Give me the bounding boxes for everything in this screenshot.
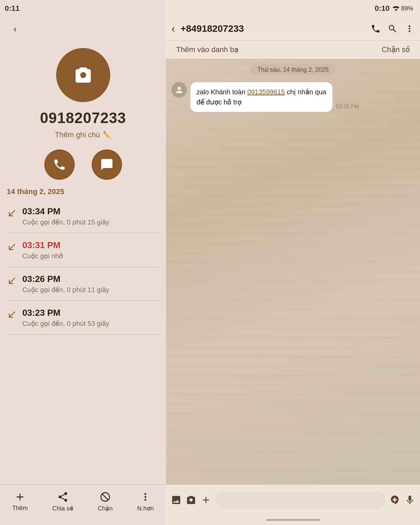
- person-icon: [175, 86, 183, 94]
- bottom-item-nhom[interactable]: N.hơn: [137, 491, 154, 512]
- message-wrapper: zalo Khánh toàn 0913599615 chị nhắn qua …: [166, 79, 420, 115]
- message-bubble: zalo Khánh toàn 0913599615 chị nhắn qua …: [190, 82, 332, 112]
- action-buttons: [44, 149, 122, 180]
- message-date-bubble: Thứ sáu, 14 tháng 2, 2025: [166, 66, 420, 73]
- add-icon-input[interactable]: [201, 495, 211, 505]
- search-icon-right[interactable]: [388, 24, 398, 34]
- message-input[interactable]: [215, 491, 386, 509]
- bottom-item-chia-se[interactable]: Chia sẻ: [52, 491, 73, 512]
- call-desc: Cuộc gọi nhỡ: [22, 252, 63, 260]
- avatar: [56, 48, 110, 102]
- home-indicator: [166, 515, 420, 525]
- call-item: 03:31 PM Cuộc gọi nhỡ: [7, 233, 159, 267]
- back-button-left[interactable]: ‹: [7, 18, 23, 40]
- call-incoming-icon: [7, 206, 17, 220]
- wifi-icon: [392, 6, 400, 11]
- add-contact-button[interactable]: Thêm vào danh bạ: [176, 45, 238, 54]
- call-item: 03:26 PM Cuộc gọi đến, 0 phút 11 giây: [7, 267, 159, 301]
- back-button-right[interactable]: ‹: [171, 22, 175, 35]
- chat-background: [166, 59, 420, 484]
- call-info: 03:31 PM Cuộc gọi nhỡ: [22, 240, 63, 260]
- bottom-item-them[interactable]: Thêm: [12, 491, 28, 512]
- status-bar-left: 0:11: [0, 0, 166, 17]
- phone-number-display: 0918207233: [40, 110, 126, 126]
- action-row: Thêm vào danh bạ Chặn số: [166, 41, 420, 59]
- message-link[interactable]: 0913599615: [247, 88, 285, 96]
- camera-input-icon[interactable]: [186, 495, 196, 505]
- bottom-item-them-label: Thêm: [12, 505, 28, 512]
- call-time: 03:34 PM: [22, 206, 109, 217]
- camera-icon: [73, 65, 93, 85]
- left-panel: 0:11 ‹ 0918207233 Thêm ghi chú ✏️ 14 thá…: [0, 0, 166, 525]
- call-desc: Cuộc gọi đến, 0 phút 11 giây: [22, 286, 109, 294]
- more-icon-right[interactable]: [404, 24, 415, 34]
- call-button[interactable]: [44, 149, 75, 180]
- call-list: 03:34 PM Cuộc gọi đến, 0 phút 15 giây 03…: [0, 199, 166, 335]
- right-panel: 0:10 89% ‹ +84918207233 Thêm vào danh bạ…: [166, 0, 420, 525]
- status-bar-right: 0:10 89%: [166, 0, 420, 17]
- call-info: 03:34 PM Cuộc gọi đến, 0 phút 15 giây: [22, 206, 109, 226]
- battery-level: 89%: [401, 5, 413, 12]
- status-time-left: 0:11: [5, 4, 20, 13]
- right-header: ‹ +84918207233: [166, 17, 420, 41]
- message-time: 03:25 PM: [336, 104, 359, 112]
- sticker-icon[interactable]: [390, 495, 400, 505]
- message-button[interactable]: [92, 149, 122, 180]
- chat-area: Thứ sáu, 14 tháng 2, 2025 zalo Khánh toà…: [166, 59, 420, 484]
- home-bar: [266, 519, 320, 521]
- call-desc: Cuộc gọi đến, 0 phút 15 giây: [22, 218, 109, 226]
- call-incoming-icon: [7, 308, 17, 321]
- call-desc: Cuộc gọi đến, 0 phút 53 giây: [22, 319, 109, 328]
- bottom-item-nhom-label: N.hơn: [137, 505, 154, 512]
- call-time: 03:26 PM: [22, 274, 109, 284]
- call-time: 03:31 PM: [22, 240, 63, 250]
- call-info: 03:23 PM Cuộc gọi đến, 0 phút 53 giây: [22, 308, 109, 328]
- call-time: 03:23 PM: [22, 308, 109, 318]
- status-time-right: 0:10: [375, 4, 390, 13]
- call-incoming-icon: [7, 274, 17, 287]
- message-date-text: Thứ sáu, 14 tháng 2, 2025: [251, 64, 335, 75]
- bottom-item-chan-label: Chặn: [98, 505, 113, 512]
- message-body-prefix: zalo Khánh toàn: [196, 88, 247, 96]
- call-missed-icon: [7, 240, 17, 254]
- date-header: 14 tháng 2, 2025: [0, 180, 71, 199]
- bottom-item-chia-se-label: Chia sẻ: [52, 505, 73, 512]
- pencil-icon: ✏️: [103, 131, 111, 139]
- call-item: 03:34 PM Cuộc gọi đến, 0 phút 15 giây: [7, 199, 159, 233]
- block-number-button[interactable]: Chặn số: [382, 45, 410, 54]
- add-note[interactable]: Thêm ghi chú ✏️: [55, 130, 111, 139]
- sender-avatar: [171, 82, 187, 98]
- bottom-bar-left: Thêm Chia sẻ Chặn N.hơn: [0, 484, 166, 525]
- phone-icon-right[interactable]: [371, 24, 381, 34]
- image-icon[interactable]: [171, 495, 182, 505]
- input-bar: [166, 484, 420, 515]
- audio-icon[interactable]: [404, 495, 415, 505]
- bottom-item-chan[interactable]: Chặn: [98, 491, 113, 512]
- call-item: 03:23 PM Cuộc gọi đến, 0 phút 53 giây: [7, 301, 159, 335]
- call-info: 03:26 PM Cuộc gọi đến, 0 phút 11 giây: [22, 274, 109, 294]
- right-title: +84918207233: [181, 23, 365, 34]
- right-header-icons: [371, 24, 415, 34]
